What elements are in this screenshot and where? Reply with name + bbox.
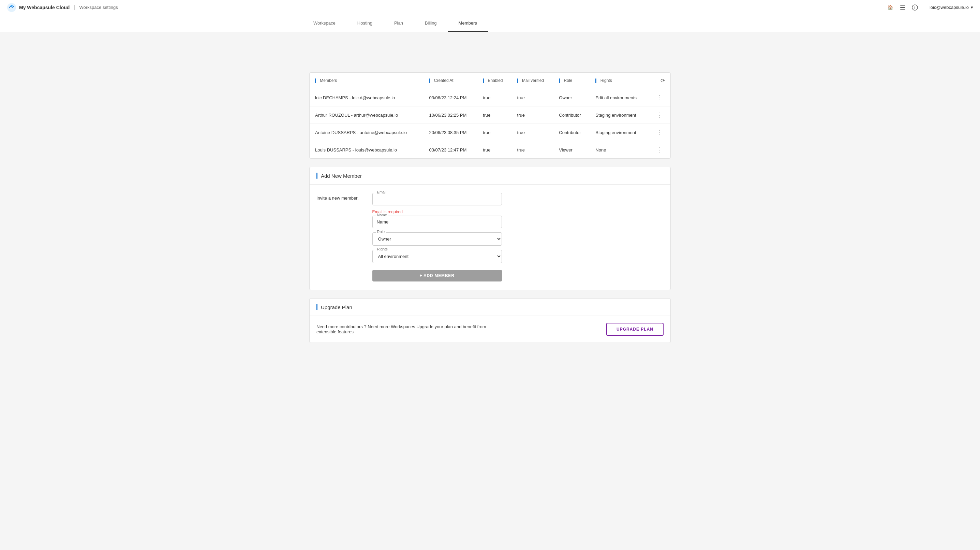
svg-point-0 (7, 3, 16, 12)
upgrade-plan-section: Upgrade Plan Need more contributors ? Ne… (309, 298, 671, 343)
cell-rights: Staging environment (590, 124, 648, 141)
role-label: Role (376, 230, 387, 234)
cell-mail-verified: true (512, 141, 554, 159)
col-indicator (429, 78, 430, 83)
email-error: Email is required (372, 209, 502, 214)
cell-role: Contributor (554, 124, 590, 141)
col-indicator (315, 78, 316, 83)
row-menu-button[interactable]: ⋮ (653, 93, 665, 102)
table-container: Members Created At Enabled (310, 73, 670, 158)
cell-member: Arthur ROUZOUL - arthur@webcapsule.io (310, 107, 424, 124)
table-header-row: Members Created At Enabled (310, 73, 670, 89)
col-actions: ⟳ (648, 73, 670, 89)
navbar: My Webcapsule Cloud | Workspace settings… (0, 0, 980, 15)
col-role: Role (554, 73, 590, 89)
upgrade-plan-button[interactable]: UPGRADE PLAN (606, 323, 663, 336)
name-field-wrapper: Name (372, 216, 502, 228)
cell-rights: Staging environment (590, 107, 648, 124)
add-member-form: Email Email is required Name Role Owner … (372, 193, 502, 282)
info-icon[interactable]: i (912, 4, 918, 11)
cell-member: Antoine DUSSARPS - antoine@webcapsule.io (310, 124, 424, 141)
user-email: loic@webcapsule.io (929, 5, 969, 10)
svg-point-1 (11, 5, 13, 7)
name-input[interactable] (372, 216, 502, 228)
upgrade-body: Need more contributors ? Need more Works… (310, 316, 670, 343)
cell-rights: None (590, 141, 648, 159)
rights-select[interactable]: All environment Staging environment None (372, 250, 502, 263)
workspace-settings-label: Workspace settings (79, 5, 118, 10)
members-table-section: Members Created At Enabled (309, 72, 671, 159)
table-row: Antoine DUSSARPS - antoine@webcapsule.io… (310, 124, 670, 141)
role-select[interactable]: Owner Contributor Viewer (372, 232, 502, 246)
cell-role: Owner (554, 89, 590, 107)
members-table: Members Created At Enabled (310, 73, 670, 158)
role-field-wrapper: Role Owner Contributor Viewer (372, 232, 502, 246)
main-content: Members Created At Enabled (302, 64, 678, 359)
tabs-bar: Workspace Hosting Plan Billing Members (0, 15, 980, 32)
brand-logo (7, 3, 16, 12)
upgrade-plan-title: Upgrade Plan (321, 304, 352, 310)
svg-rect-3 (900, 7, 905, 8)
section-header-bar (317, 304, 317, 310)
cell-mail-verified: true (512, 89, 554, 107)
add-member-title: Add New Member (321, 173, 362, 179)
cell-actions: ⋮ (648, 107, 670, 124)
cell-role: Contributor (554, 107, 590, 124)
col-indicator (483, 78, 484, 83)
col-enabled: Enabled (477, 73, 511, 89)
navbar-vertical-divider (924, 4, 924, 11)
cell-created-at: 03/06/23 12:24 PM (424, 89, 478, 107)
add-member-section-header: Add New Member (310, 167, 670, 185)
tab-workspace[interactable]: Workspace (302, 15, 347, 32)
cell-member: Louis DUSSARPS - louis@webcapsule.io (310, 141, 424, 159)
svg-rect-2 (900, 5, 905, 6)
email-input[interactable] (372, 193, 502, 206)
tab-members[interactable]: Members (448, 15, 488, 32)
add-member-button[interactable]: + ADD MEMBER (372, 270, 502, 282)
home-icon[interactable]: 🏠 (887, 4, 894, 11)
cell-mail-verified: true (512, 124, 554, 141)
table-row: loic DECHAMPS - loic.d@webcapsule.io 03/… (310, 89, 670, 107)
rights-field-wrapper: Rights All environment Staging environme… (372, 250, 502, 263)
navbar-left: My Webcapsule Cloud | Workspace settings (7, 3, 118, 12)
tab-hosting[interactable]: Hosting (347, 15, 383, 32)
email-field-wrapper: Email (372, 193, 502, 206)
row-menu-button[interactable]: ⋮ (653, 128, 665, 137)
name-label: Name (376, 213, 388, 217)
user-menu[interactable]: loic@webcapsule.io ▾ (929, 5, 973, 10)
col-indicator (595, 78, 597, 83)
col-created-at: Created At (424, 73, 478, 89)
email-label: Email (376, 190, 388, 194)
section-header-bar (317, 173, 317, 179)
navbar-right: 🏠 i loic@webcapsule.io ▾ (887, 4, 973, 11)
cell-created-at: 03/07/23 12:47 PM (424, 141, 478, 159)
add-member-section: Add New Member Invite a new member. Emai… (309, 167, 671, 290)
col-members: Members (310, 73, 424, 89)
col-mail-verified: Mail verified (512, 73, 554, 89)
row-menu-button[interactable]: ⋮ (653, 145, 665, 155)
tabs-bar-inner: Workspace Hosting Plan Billing Members (302, 15, 678, 32)
cell-actions: ⋮ (648, 124, 670, 141)
list-icon[interactable] (899, 4, 906, 11)
svg-text:i: i (915, 6, 916, 10)
tab-plan[interactable]: Plan (383, 15, 414, 32)
table-row: Arthur ROUZOUL - arthur@webcapsule.io 10… (310, 107, 670, 124)
upgrade-description: Need more contributors ? Need more Works… (317, 324, 487, 334)
cell-rights: Edit all environments (590, 89, 648, 107)
rights-label: Rights (376, 247, 389, 251)
cell-actions: ⋮ (648, 89, 670, 107)
cell-enabled: true (477, 141, 511, 159)
tab-billing[interactable]: Billing (414, 15, 448, 32)
row-menu-button[interactable]: ⋮ (653, 110, 665, 120)
refresh-icon[interactable]: ⟳ (660, 78, 665, 84)
cell-created-at: 20/06/23 08:35 PM (424, 124, 478, 141)
brand: My Webcapsule Cloud (7, 3, 70, 12)
add-member-body: Invite a new member. Email Email is requ… (310, 185, 670, 290)
svg-rect-4 (900, 9, 905, 10)
add-member-description: Invite a new member. (317, 193, 359, 282)
upgrade-section-header: Upgrade Plan (310, 298, 670, 316)
brand-name: My Webcapsule Cloud (19, 5, 70, 10)
col-rights: Rights (590, 73, 648, 89)
cell-actions: ⋮ (648, 141, 670, 159)
col-indicator (517, 78, 518, 83)
